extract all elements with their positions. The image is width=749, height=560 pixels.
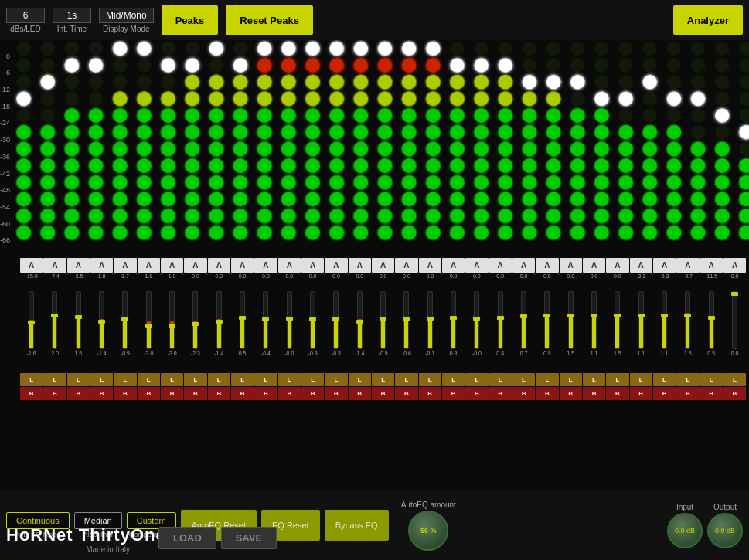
band-btn-12[interactable]: A xyxy=(301,258,324,273)
fader-track-2[interactable] xyxy=(76,291,81,349)
lock-btn-16[interactable]: L xyxy=(395,373,417,386)
analyzer-button[interactable]: Analyzer xyxy=(673,5,743,35)
lock-btn-20[interactable]: L xyxy=(489,373,512,386)
bypass-btn-19[interactable]: B xyxy=(465,387,488,400)
band-btn-25[interactable]: A xyxy=(606,258,628,273)
band-btn-16[interactable]: A xyxy=(395,258,417,273)
fader-track-30[interactable] xyxy=(732,291,737,349)
bypass-btn-13[interactable]: B xyxy=(325,387,347,400)
bypass-btn-29[interactable]: B xyxy=(700,387,723,400)
bypass-btn-21[interactable]: B xyxy=(512,387,535,400)
autoeq-amount-knob[interactable]: 50 % xyxy=(408,511,448,551)
band-btn-28[interactable]: A xyxy=(676,258,699,273)
lock-btn-17[interactable]: L xyxy=(419,373,441,386)
band-btn-6[interactable]: A xyxy=(161,258,183,273)
lock-btn-12[interactable]: L xyxy=(301,373,324,386)
fader-track-15[interactable] xyxy=(380,291,386,349)
lock-btn-3[interactable]: L xyxy=(90,373,113,386)
lock-btn-4[interactable]: L xyxy=(114,373,136,386)
band-btn-27[interactable]: A xyxy=(653,258,676,273)
band-btn-22[interactable]: A xyxy=(536,258,558,273)
bypass-btn-7[interactable]: B xyxy=(184,387,206,400)
fader-track-18[interactable] xyxy=(451,291,456,349)
band-btn-14[interactable]: A xyxy=(349,258,371,273)
lock-btn-9[interactable]: L xyxy=(231,373,254,386)
band-btn-3[interactable]: A xyxy=(90,258,113,273)
fader-track-19[interactable] xyxy=(474,291,479,349)
output-knob[interactable]: 0.0 dB xyxy=(707,513,743,548)
lock-btn-26[interactable]: L xyxy=(630,373,652,386)
fader-track-6[interactable] xyxy=(169,291,175,349)
bypass-btn-23[interactable]: B xyxy=(560,387,582,400)
bypass-btn-25[interactable]: B xyxy=(606,387,628,400)
bypass-btn-2[interactable]: B xyxy=(67,387,90,400)
fader-track-27[interactable] xyxy=(662,291,667,349)
bypass-btn-17[interactable]: B xyxy=(419,387,441,400)
fader-track-24[interactable] xyxy=(591,291,597,349)
fader-track-5[interactable] xyxy=(146,291,152,349)
lock-btn-28[interactable]: L xyxy=(676,373,699,386)
lock-btn-10[interactable]: L xyxy=(254,373,277,386)
fader-track-11[interactable] xyxy=(287,291,292,349)
band-btn-29[interactable]: A xyxy=(700,258,723,273)
fader-track-25[interactable] xyxy=(615,291,620,349)
lock-btn-22[interactable]: L xyxy=(536,373,558,386)
bypass-btn-5[interactable]: B xyxy=(138,387,160,400)
fader-track-1[interactable] xyxy=(52,291,57,349)
band-btn-10[interactable]: A xyxy=(254,258,277,273)
bypass-btn-15[interactable]: B xyxy=(372,387,394,400)
lock-btn-8[interactable]: L xyxy=(208,373,230,386)
bypass-btn-3[interactable]: B xyxy=(90,387,113,400)
lock-btn-23[interactable]: L xyxy=(560,373,582,386)
fader-track-29[interactable] xyxy=(709,291,714,349)
bypass-btn-11[interactable]: B xyxy=(278,387,301,400)
bypass-btn-28[interactable]: B xyxy=(676,387,699,400)
band-btn-19[interactable]: A xyxy=(465,258,488,273)
band-btn-30[interactable]: A xyxy=(723,258,746,273)
lock-btn-5[interactable]: L xyxy=(138,373,160,386)
lock-btn-27[interactable]: L xyxy=(653,373,676,386)
fader-track-9[interactable] xyxy=(240,291,245,349)
lock-btn-11[interactable]: L xyxy=(278,373,301,386)
fader-track-22[interactable] xyxy=(544,291,550,349)
load-button[interactable]: LOAD xyxy=(158,527,216,549)
band-btn-26[interactable]: A xyxy=(630,258,652,273)
fader-track-3[interactable] xyxy=(99,291,104,349)
band-btn-24[interactable]: A xyxy=(583,258,605,273)
fader-track-26[interactable] xyxy=(638,291,644,349)
lock-btn-0[interactable]: L xyxy=(20,373,43,386)
lock-btn-15[interactable]: L xyxy=(372,373,394,386)
band-btn-20[interactable]: A xyxy=(489,258,512,273)
bypass-btn-6[interactable]: B xyxy=(161,387,183,400)
fader-track-20[interactable] xyxy=(498,291,503,349)
band-btn-7[interactable]: A xyxy=(184,258,206,273)
fader-track-14[interactable] xyxy=(357,291,363,349)
fader-track-0[interactable] xyxy=(29,291,34,349)
bypass-btn-22[interactable]: B xyxy=(536,387,558,400)
band-btn-15[interactable]: A xyxy=(372,258,394,273)
fader-track-16[interactable] xyxy=(403,291,409,349)
band-btn-21[interactable]: A xyxy=(512,258,535,273)
bypass-btn-1[interactable]: B xyxy=(43,387,66,400)
save-button[interactable]: SAVE xyxy=(221,527,277,549)
band-btn-23[interactable]: A xyxy=(560,258,582,273)
band-btn-11[interactable]: A xyxy=(278,258,301,273)
fader-track-7[interactable] xyxy=(192,291,198,349)
bypass-btn-12[interactable]: B xyxy=(301,387,324,400)
bypass-btn-14[interactable]: B xyxy=(349,387,371,400)
lock-btn-29[interactable]: L xyxy=(700,373,723,386)
bypass-btn-26[interactable]: B xyxy=(630,387,652,400)
dbs-led-value[interactable]: 6 xyxy=(6,8,45,23)
lock-btn-30[interactable]: L xyxy=(723,373,746,386)
bypass-btn-20[interactable]: B xyxy=(489,387,512,400)
lock-btn-18[interactable]: L xyxy=(442,373,465,386)
band-btn-8[interactable]: A xyxy=(208,258,230,273)
bypass-btn-24[interactable]: B xyxy=(583,387,605,400)
fader-track-8[interactable] xyxy=(216,291,222,349)
bypass-btn-10[interactable]: B xyxy=(254,387,277,400)
fader-track-23[interactable] xyxy=(568,291,574,349)
bypass-btn-27[interactable]: B xyxy=(653,387,676,400)
fader-track-17[interactable] xyxy=(427,291,433,349)
bypass-eq-button[interactable]: Bypass EQ xyxy=(325,510,389,541)
fader-track-10[interactable] xyxy=(263,291,268,349)
